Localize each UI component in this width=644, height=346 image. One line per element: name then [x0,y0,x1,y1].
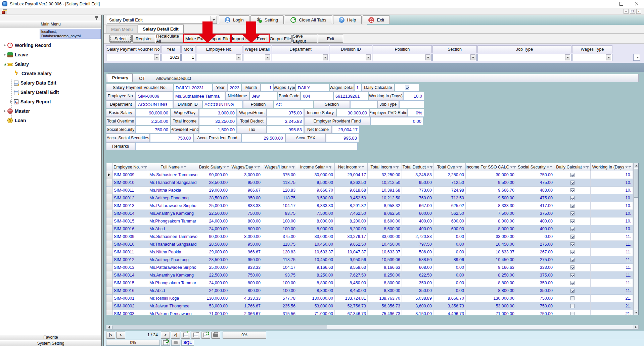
insert-row-button[interactable] [181,332,190,339]
tab-main-menu[interactable]: Main Menu [106,25,138,33]
grid-header-employee-no[interactable]: Employee No. [112,163,148,171]
form-value-field[interactable]: DAILY1-20231 [174,84,213,92]
grid-header-total-incom[interactable]: Total Incom [368,163,402,171]
close-button[interactable] [629,0,644,8]
form-value-field[interactable]: 750.00 [135,126,170,134]
daily-calculate-cell-checkbox[interactable] [570,235,574,239]
grid-header-basic-salary[interactable]: Basic Salary [199,163,229,171]
action-button-register[interactable]: Register [132,35,155,43]
chevron-down-icon[interactable] [606,54,611,60]
pin-icon[interactable] [184,166,186,168]
filter-combo-salary-payment-voucher-no[interactable] [106,54,160,61]
table-row[interactable]: SIM-00013Ms.Pattarawadee Siripho25,000.0… [106,202,638,210]
collapse-icon[interactable] [3,63,7,65]
filter-icon[interactable] [625,166,628,168]
last-record-button[interactable]: >| [171,332,180,339]
sidebar-item-salary[interactable]: Salary [0,59,101,69]
detail-tab-ot[interactable]: OT [133,75,151,82]
table-row[interactable]: SIM-00009Ms.Suthasinee Tammawo90,000.003… [106,171,638,179]
form-value-field[interactable]: 1,500.00 [199,126,237,134]
daily-calculate-cell-checkbox[interactable] [570,204,574,208]
previous-record-button[interactable]: < [116,332,125,339]
tab-salary-detail-edit[interactable]: Salary Detail Edit [138,24,183,33]
form-value-field[interactable]: 10.0 [403,92,424,100]
grid-header-wages-hour[interactable]: Wages/Hour [262,163,297,171]
filter-combo-department[interactable] [272,54,329,61]
daily-calculate-cell-checkbox[interactable] [570,250,574,254]
chevron-down-icon[interactable] [366,54,371,60]
grid-header-social-security[interactable]: Social Security [516,163,554,171]
sql-button[interactable]: SQL [181,340,194,346]
daily-calculate-cell-checkbox[interactable] [570,281,574,285]
filter-icon[interactable] [358,166,361,168]
grid-header-wages-day[interactable]: Wages/Day [229,163,262,171]
daily-calculate-cell-checkbox[interactable] [570,219,574,223]
toolbar-button-help[interactable]: Help [333,15,362,24]
form-value-field[interactable]: DAILY [296,84,329,92]
grid-header-total-ove[interactable]: Total Ove [433,163,466,171]
toolbar-button-close-all-tabs[interactable]: Close All Tabs [285,15,332,24]
daily-calculate-checkbox[interactable] [405,86,409,90]
print-button[interactable] [211,332,220,339]
form-value-field[interactable]: 3,245.83 [267,117,304,125]
next-record-button[interactable]: > [161,332,170,339]
table-row[interactable]: SIM-00011Ms.Nittha Paokla29,000.00966.67… [106,248,638,256]
filter-combo-division-id[interactable] [330,54,372,61]
pin-icon[interactable] [144,166,147,168]
daily-calculate-cell-checkbox[interactable] [570,196,574,200]
first-record-button[interactable]: |< [106,332,115,339]
action-button-output-file[interactable]: Output File [269,35,292,43]
grid-horizontal-scrollbar[interactable] [106,325,639,330]
toolbar-button-exit[interactable]: Exit [363,15,390,24]
scroll-left-icon[interactable] [106,325,111,329]
form-value-field[interactable]: 0% [407,109,424,117]
form-value-field[interactable]: Ms.Suthasinee Tamma [173,92,225,100]
form-value-field[interactable] [399,100,424,108]
chevron-down-icon[interactable] [425,54,430,60]
table-row[interactable]: SIM-00012Mr.Adithep Phaotong28,500.00950… [106,194,638,202]
table-row[interactable]: SIM-00016Mr.Abcd24,000.00800.00100.008,0… [106,225,638,233]
detail-tab-primary[interactable]: Primary [108,73,133,82]
pin-icon[interactable] [292,166,294,168]
chevron-down-icon[interactable] [565,54,570,60]
pin-icon[interactable] [629,166,631,168]
grid-header-income-salar[interactable]: Income Salar [297,163,335,171]
pin-icon[interactable] [362,166,364,168]
filter-icon[interactable] [427,166,429,168]
expand-icon[interactable] [9,100,13,103]
form-value-field[interactable] [135,142,358,150]
table-row[interactable]: SIM-00015Mr.Phongsakorn Tammar24,000.008… [106,217,638,225]
filter-combo-mont[interactable]: 1 [181,54,195,61]
action-button-save-layout[interactable]: Save Layout [292,35,317,43]
sidebar-item-master[interactable]: Master [0,106,101,116]
pushpin-icon[interactable] [95,16,98,20]
form-value-field[interactable]: 6912139261 [333,92,368,100]
filter-icon[interactable] [547,166,549,168]
detail-tab-allowance-deduct[interactable]: Allowance/Deduct [151,75,196,82]
form-value-field[interactable]: 90,000.00 [135,109,170,117]
table-row[interactable]: SIM-00012Mr.Adithep Phaotong28,500.00950… [106,256,638,264]
form-value-field[interactable]: 2,250.00 [135,117,170,125]
filter-combo-employee-no[interactable] [196,54,242,61]
sidebar-item-salary-data-edit[interactable]: Salary Data Edit [0,78,101,88]
form-value-field[interactable]: 29,500.00 [241,134,285,142]
daily-calculate-cell-checkbox[interactable] [570,211,574,215]
form-value-field[interactable]: 30,000.00 [337,109,369,117]
daily-calculate-cell-checkbox[interactable] [570,258,574,262]
form-value-field[interactable]: AC [274,100,313,108]
sidebar-item-create-salary[interactable]: Create Salary [0,69,101,78]
grid-vertical-scrollbar[interactable] [633,163,638,315]
daily-calculate-cell-checkbox[interactable] [570,242,574,246]
sidebar-item-system-setting[interactable]: System Setting [0,340,101,346]
form-value-field[interactable]: Jew [250,92,277,100]
form-value-field[interactable]: 3,000.00 [199,109,237,117]
table-row[interactable]: SIM-00013Ms.Pattarawadee Siripho25,000.0… [106,264,638,271]
table-row[interactable]: SIM-00015Mr.Phongsakorn Tammar24,000.008… [106,279,638,287]
stamp-button[interactable] [171,340,180,346]
filter-icon[interactable] [456,166,459,168]
pin-icon[interactable] [586,166,589,168]
minimize-button[interactable] [599,0,614,8]
table-row[interactable]: SIM-00001Mr.Toshiki Koga130,000.004,333.… [106,295,638,302]
daily-calculate-cell-checkbox[interactable] [570,181,574,185]
daily-calculate-cell-checkbox[interactable] [570,265,574,269]
